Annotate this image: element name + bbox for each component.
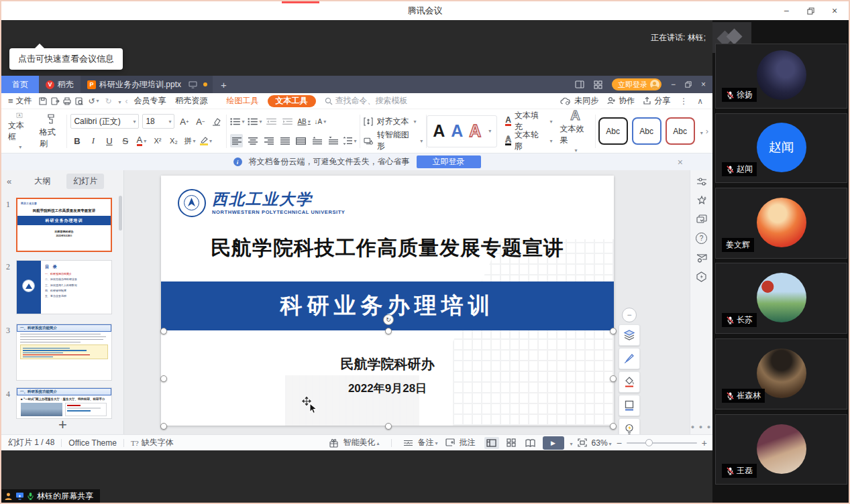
participant-tile[interactable]: 王磊 bbox=[715, 414, 847, 485]
slide-dept-textbox[interactable]: 民航学院科研办 bbox=[161, 355, 614, 373]
participant-tile[interactable]: 徐扬 bbox=[715, 44, 847, 109]
align-text-button[interactable]: 对齐文本 bbox=[364, 113, 423, 130]
text-fill-button[interactable]: A 文本填充 bbox=[505, 113, 552, 130]
align-left-button[interactable] bbox=[230, 134, 243, 147]
slide-editor[interactable]: 西北工业大学 NORTHWESTERN POLYTECHNICAL UNIVER… bbox=[161, 176, 614, 426]
text-outline-button[interactable]: A 文本轮廓 bbox=[505, 133, 552, 149]
ribbon-scroll-right-icon[interactable]: › bbox=[706, 126, 710, 136]
play-options-icon[interactable] bbox=[569, 438, 573, 448]
slide-thumbnail-2[interactable]: 目 录 一、科研系统功能简介 二、如何在线办理科研业务 三、如何查询个人科研数据… bbox=[16, 260, 112, 314]
selection-handle-ne[interactable] bbox=[610, 328, 617, 334]
notification-login-button[interactable]: 立即登录 bbox=[417, 155, 481, 168]
slide-title-textbox[interactable]: 民航学院科技工作高质量发展专题宣讲 bbox=[161, 235, 614, 262]
selection-handle-nw[interactable] bbox=[160, 328, 167, 334]
tab-grid-icon[interactable] bbox=[594, 80, 602, 89]
tab-home[interactable]: 首页 bbox=[1, 76, 39, 93]
university-logo[interactable]: 西北工业大学 NORTHWESTERN POLYTECHNICAL UNIVER… bbox=[178, 189, 345, 217]
slide-thumbnail-1[interactable]: 西北工业大学 民航学院科技工作高质量发展专题宣讲 科研业务办理培训 民航学院科研… bbox=[16, 198, 112, 252]
more-tools-icon[interactable]: ● ● ● bbox=[690, 424, 712, 430]
align-center-button[interactable] bbox=[246, 134, 259, 147]
share-label[interactable]: 分享 bbox=[654, 95, 670, 107]
smart-graphic-button[interactable]: 转智能图形 bbox=[364, 133, 423, 149]
decrease-indent-button[interactable] bbox=[265, 115, 278, 128]
fit-slide-icon[interactable] bbox=[578, 438, 587, 447]
shape-style-black[interactable]: Abc bbox=[598, 117, 628, 145]
notification-close-icon[interactable]: × bbox=[678, 157, 683, 168]
decrease-paragraph-space-button[interactable] bbox=[327, 134, 339, 147]
palette-collapse-button[interactable]: − bbox=[622, 308, 637, 322]
shape-fill-tool-button[interactable] bbox=[619, 371, 640, 393]
participant-tile[interactable]: 崔森林 bbox=[715, 338, 847, 410]
panel-scrollbar[interactable] bbox=[119, 196, 122, 231]
bullet-list-button[interactable] bbox=[230, 115, 244, 128]
font-size-combo[interactable]: 18 bbox=[142, 114, 174, 129]
increase-font-button[interactable]: A+ bbox=[178, 115, 191, 128]
selection-handle-s[interactable] bbox=[385, 423, 392, 430]
superscript-button[interactable]: X² bbox=[151, 134, 164, 147]
shape-style-blue[interactable]: Abc bbox=[632, 117, 661, 145]
menu-text-tools[interactable]: 文本工具 bbox=[268, 95, 316, 107]
text-effects-button[interactable]: A 文本效果 bbox=[555, 113, 594, 150]
export-icon[interactable] bbox=[49, 95, 61, 107]
notes-label[interactable]: 备注 bbox=[418, 437, 438, 448]
text-direction-button[interactable]: AB bbox=[297, 115, 310, 128]
sync-status-label[interactable]: 未同步 bbox=[574, 95, 598, 107]
new-tab-button[interactable]: + bbox=[213, 76, 235, 93]
rotate-handle[interactable]: ↻ bbox=[383, 314, 394, 325]
normal-view-button[interactable] bbox=[484, 437, 499, 449]
meeting-minimize-button[interactable]: − bbox=[782, 6, 791, 15]
collaborate-label[interactable]: 协作 bbox=[619, 95, 635, 107]
selection-handle-e[interactable] bbox=[610, 375, 617, 382]
meeting-restore-button[interactable] bbox=[806, 6, 815, 15]
tab-slides[interactable]: 幻灯片 bbox=[66, 174, 104, 189]
phonetic-guide-button[interactable]: 拼 bbox=[183, 134, 196, 147]
font-name-combo[interactable]: Calibri (正文) bbox=[70, 114, 139, 129]
wps-minimize-button[interactable]: − bbox=[671, 80, 676, 89]
font-color-button[interactable]: A bbox=[135, 134, 148, 147]
help-icon[interactable]: ? bbox=[696, 233, 707, 244]
wps-restore-button[interactable] bbox=[685, 81, 692, 88]
subscript-button[interactable]: X₂ bbox=[167, 134, 180, 147]
comments-label[interactable]: 批注 bbox=[460, 437, 476, 448]
slideshow-play-button[interactable]: ▶ bbox=[543, 436, 564, 450]
tab-document[interactable]: P 科研业务办理培训.pptx bbox=[81, 76, 213, 93]
print-icon[interactable] bbox=[61, 95, 73, 107]
strikethrough-button[interactable]: S bbox=[119, 134, 131, 147]
slide-date-textbox[interactable]: 2022年9月28日 bbox=[161, 381, 614, 396]
line-spacing-button[interactable] bbox=[343, 134, 356, 147]
missing-font-label[interactable]: 缺失字体 bbox=[142, 437, 174, 448]
wps-login-button[interactable]: 立即登录 bbox=[612, 78, 661, 90]
format-painter-button[interactable]: 格式刷 bbox=[36, 113, 67, 150]
increase-paragraph-space-button[interactable] bbox=[311, 134, 323, 147]
wordart-gallery[interactable]: A A A bbox=[427, 115, 497, 147]
more-menu-icon[interactable]: ⋮ bbox=[680, 97, 688, 106]
idea-tool-button[interactable] bbox=[619, 418, 640, 434]
beautify-label[interactable]: 智能美化 bbox=[343, 437, 380, 448]
highlight-color-button[interactable] bbox=[199, 134, 212, 147]
reading-view-button[interactable] bbox=[523, 437, 538, 449]
participant-tile[interactable]: 姜文辉 bbox=[715, 188, 847, 259]
shape-outline-tool-button[interactable] bbox=[619, 395, 640, 416]
selection-handle-se[interactable] bbox=[610, 423, 617, 430]
vertical-text-button[interactable]: ↓A bbox=[314, 115, 327, 128]
menu-vip[interactable]: 会员专享 bbox=[129, 93, 171, 109]
collapse-left-icon[interactable]: ‹ bbox=[125, 97, 128, 106]
file-menu[interactable]: ≡ 文件 bbox=[1, 93, 37, 109]
animation-pane-icon[interactable] bbox=[696, 195, 707, 206]
theme-name[interactable]: Office Theme bbox=[68, 438, 117, 448]
print-preview-icon[interactable] bbox=[73, 95, 85, 107]
bold-button[interactable]: B bbox=[70, 134, 83, 147]
selection-handle-n[interactable] bbox=[385, 328, 392, 334]
selection-handle-w[interactable] bbox=[160, 375, 167, 382]
italic-button[interactable]: I bbox=[87, 134, 99, 147]
increase-indent-button[interactable] bbox=[281, 115, 294, 128]
zoom-slider-knob[interactable] bbox=[645, 439, 653, 446]
quickbar-dropdown-icon[interactable] bbox=[117, 97, 121, 106]
quick-tools-icon[interactable] bbox=[696, 271, 706, 282]
collapse-panel-icon[interactable]: « bbox=[1, 176, 18, 186]
wordart-style-red-outline[interactable]: A bbox=[469, 121, 481, 141]
slide-sorter-view-button[interactable] bbox=[504, 437, 519, 449]
redo-icon[interactable]: ↻ bbox=[103, 95, 115, 107]
underline-button[interactable]: U bbox=[103, 134, 115, 147]
wordart-style-blue[interactable]: A bbox=[451, 121, 463, 141]
